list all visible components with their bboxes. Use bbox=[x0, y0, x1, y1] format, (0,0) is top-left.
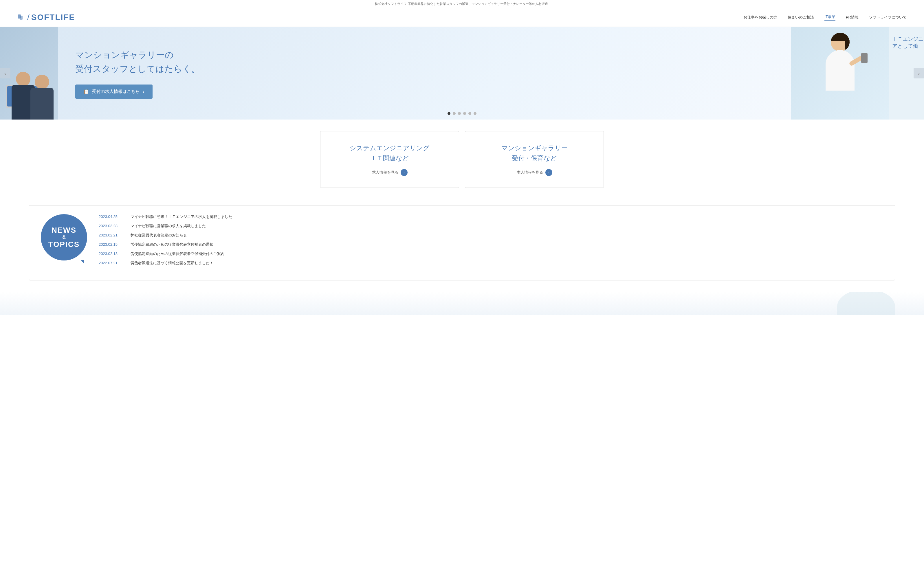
dot-5[interactable] bbox=[468, 112, 471, 115]
man2-head bbox=[35, 75, 49, 89]
mansion-card-title: マンションギャラリー 受付・保育など bbox=[474, 143, 595, 163]
list-item[interactable]: 2023.02.15 労使協定締結のための従業員代表立候補者の通知 bbox=[99, 242, 883, 247]
logo-slash: / bbox=[27, 13, 30, 22]
slider-dots bbox=[448, 112, 476, 115]
job-cards-section: システムエンジニアリング ＩＴ関連など 求人情報を見る › マンションギャラリー… bbox=[0, 120, 924, 199]
logo-text: SOFTLIFE bbox=[31, 13, 75, 22]
slide-main-title: マンションギャラリーの 受付スタッフとしてはたらく。 bbox=[75, 48, 774, 76]
it-card-link-text: 求人情報を見る bbox=[372, 170, 398, 175]
slide-title-line2: 受付スタッフとしてはたらく。 bbox=[75, 64, 200, 74]
bottom-decoration bbox=[0, 292, 924, 315]
list-item[interactable]: 2023.02.21 弊社従業員代表者決定のお知らせ bbox=[99, 233, 883, 238]
slide-title-line1: マンションギャラリーの bbox=[75, 50, 174, 59]
slider-prev-button[interactable]: ‹ bbox=[0, 68, 10, 78]
news-date-3: 2023.02.15 bbox=[99, 242, 125, 247]
list-item[interactable]: 2023.04.25 マイナビ転職に初級！ＩＴエンジニアの求人を掲載しました bbox=[99, 214, 883, 219]
it-card-title-line2: ＩＴ関連など bbox=[370, 155, 409, 162]
it-card-link[interactable]: 求人情報を見る › bbox=[329, 169, 450, 176]
woman-hair-side bbox=[845, 40, 850, 51]
it-card-arrow-icon: › bbox=[401, 169, 408, 176]
woman-phone-illustration bbox=[825, 33, 855, 91]
woman-body bbox=[825, 50, 855, 91]
clipboard-icon: 📋 bbox=[83, 89, 89, 94]
woman-face bbox=[831, 33, 850, 51]
cta-button-label: 受付の求人情報はこちら bbox=[92, 89, 140, 94]
nav-find-job[interactable]: お仕事をお探しの方 bbox=[743, 15, 777, 20]
dot-1[interactable] bbox=[448, 112, 450, 115]
man1-head bbox=[16, 72, 30, 86]
logo[interactable]: / SOFTLIFE bbox=[17, 13, 75, 22]
news-text-0: マイナビ転職に初級！ＩＴエンジニアの求人を掲載しました bbox=[130, 214, 232, 219]
mansion-card-title-line2: 受付・保育など bbox=[512, 155, 557, 162]
list-item[interactable]: 2023.03.28 マイナビ転職に営業職の求人を掲載しました bbox=[99, 223, 883, 229]
nav-housing[interactable]: 住まいのご相談 bbox=[788, 15, 814, 20]
nav-it[interactable]: IT事業 bbox=[824, 14, 835, 21]
mansion-card-link[interactable]: 求人情報を見る › bbox=[474, 169, 595, 176]
header: / SOFTLIFE お仕事をお探しの方 住まいのご相談 IT事業 PR情報 ソ… bbox=[0, 8, 924, 27]
news-text-3: 労使協定締結のための従業員代表立候補者の通知 bbox=[130, 242, 213, 247]
next-arrow-icon: › bbox=[918, 70, 920, 77]
news-text-2: 弊社従業員代表者決定のお知らせ bbox=[130, 233, 187, 238]
nav-about[interactable]: ソフトライフについて bbox=[869, 15, 907, 20]
news-badge-line2: & bbox=[62, 235, 66, 240]
news-text-4: 労使協定締結のための従業員代表者立候補受付のご案内 bbox=[130, 251, 225, 256]
mansion-card-link-text: 求人情報を見る bbox=[517, 170, 543, 175]
prev-arrow-icon: ‹ bbox=[4, 70, 7, 77]
mansion-card-arrow-icon: › bbox=[545, 169, 552, 176]
mansion-job-card[interactable]: マンションギャラリー 受付・保育など 求人情報を見る › bbox=[465, 131, 604, 188]
news-badge-line1: NEWS bbox=[51, 226, 76, 235]
news-badge: NEWS & TOPICS bbox=[41, 214, 87, 260]
man2-suit bbox=[30, 88, 54, 120]
news-badge-line3: TOPICS bbox=[48, 240, 80, 249]
man2-figure bbox=[30, 75, 54, 120]
dot-2[interactable] bbox=[453, 112, 456, 115]
slide-right-text: ＩＴエンジニアとして働 bbox=[889, 36, 924, 49]
hero-slider: マンションギャラリーの 受付スタッフとしてはたらく。 📋 受付の求人情報はこちら… bbox=[0, 27, 924, 120]
news-box: NEWS & TOPICS 2023.04.25 マイナビ転職に初級！ＩＴエンジ… bbox=[29, 205, 895, 280]
it-job-card[interactable]: システムエンジニアリング ＩＴ関連など 求人情報を見る › bbox=[320, 131, 459, 188]
slide-main: マンションギャラリーの 受付スタッフとしてはたらく。 📋 受付の求人情報はこちら… bbox=[58, 27, 791, 120]
news-date-5: 2022.07.21 bbox=[99, 261, 125, 265]
slide-layout: マンションギャラリーの 受付スタッフとしてはたらく。 📋 受付の求人情報はこちら… bbox=[0, 27, 924, 120]
phone-icon bbox=[861, 53, 868, 63]
top-bar: 株式会社ソフトライフ-不動産業界に特化した営業スタッフの派遣、マンションギャラリ… bbox=[0, 0, 924, 8]
cta-arrow-icon: › bbox=[143, 89, 145, 95]
top-bar-text: 株式会社ソフトライフ-不動産業界に特化した営業スタッフの派遣、マンションギャラリ… bbox=[375, 2, 549, 5]
slider-next-button[interactable]: › bbox=[914, 68, 924, 78]
woman-hair-top bbox=[831, 33, 850, 41]
dot-4[interactable] bbox=[463, 112, 466, 115]
news-date-2: 2023.02.21 bbox=[99, 233, 125, 237]
slide-right-partial bbox=[791, 27, 889, 120]
list-item[interactable]: 2022.07.21 労働者派遣法に基づく情報公開を更新しました！ bbox=[99, 260, 883, 266]
news-list: 2023.04.25 マイナビ転職に初級！ＩＴエンジニアの求人を掲載しました 2… bbox=[99, 214, 883, 266]
it-card-title-line1: システムエンジニアリング bbox=[350, 144, 430, 152]
main-nav: お仕事をお探しの方 住まいのご相談 IT事業 PR情報 ソフトライフについて bbox=[743, 14, 907, 21]
news-date-0: 2023.04.25 bbox=[99, 214, 125, 219]
dot-3[interactable] bbox=[458, 112, 461, 115]
svg-rect-1 bbox=[20, 16, 23, 20]
logo-icon bbox=[17, 13, 25, 21]
cta-button[interactable]: 📋 受付の求人情報はこちら › bbox=[75, 84, 153, 99]
news-section: NEWS & TOPICS 2023.04.25 マイナビ転職に初級！ＩＴエンジ… bbox=[0, 199, 924, 292]
news-text-1: マイナビ転職に営業職の求人を掲載しました bbox=[130, 223, 206, 229]
news-date-4: 2023.02.13 bbox=[99, 252, 125, 256]
news-text-5: 労働者派遣法に基づく情報公開を更新しました！ bbox=[130, 260, 213, 266]
mansion-card-title-line1: マンションギャラリー bbox=[501, 144, 568, 152]
news-date-1: 2023.03.28 bbox=[99, 224, 125, 228]
dot-6[interactable] bbox=[474, 112, 476, 115]
list-item[interactable]: 2023.02.13 労使協定締結のための従業員代表者立候補受付のご案内 bbox=[99, 251, 883, 256]
it-card-title: システムエンジニアリング ＩＴ関連など bbox=[329, 143, 450, 163]
nav-pr[interactable]: PR情報 bbox=[846, 15, 858, 20]
